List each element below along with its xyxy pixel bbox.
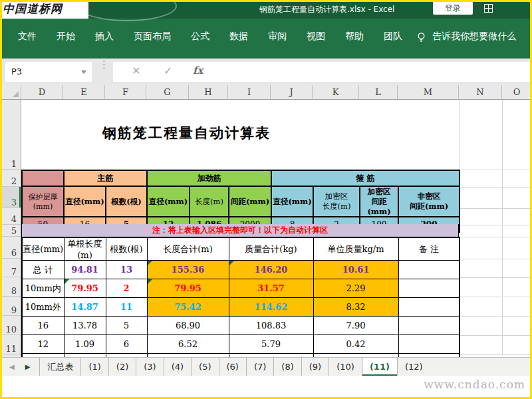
insert-function-icon[interactable]: fx — [193, 65, 203, 76]
cell-F11[interactable]: 6 — [106, 335, 147, 354]
name-box[interactable]: P3 — [5, 62, 92, 82]
cell-F10[interactable]: 5 — [106, 317, 147, 335]
sheet-tab-12[interactable]: (12) — [397, 358, 430, 376]
sheet-tab-4[interactable]: (4) — [164, 358, 191, 376]
cell-E3[interactable]: 直径(mm) — [64, 186, 106, 217]
enter-icon[interactable]: ✓ — [164, 65, 172, 77]
sheet-tab-1[interactable]: (1) — [80, 358, 108, 376]
column-header-G[interactable]: G — [146, 85, 189, 99]
cell-G11[interactable]: 6.52 — [147, 335, 229, 354]
cell-E6[interactable]: 单根长度 (m) — [64, 237, 106, 261]
cancel-icon[interactable]: ✕ — [132, 65, 140, 77]
cell-K7[interactable]: 10.61 — [313, 261, 398, 279]
ribbon-tab-insert[interactable]: 插入 — [85, 28, 124, 45]
cell-G3[interactable]: 直径(mm) — [147, 186, 190, 217]
cell-F9[interactable]: 11 — [106, 298, 147, 317]
sheet-tab-8[interactable]: (8) — [273, 358, 301, 376]
sheet-tab-3[interactable]: (3) — [136, 358, 163, 376]
cell-K3[interactable]: 加密区 长度(m) — [313, 186, 360, 217]
sheet-tab-9[interactable]: (9) — [301, 358, 329, 376]
sheet-tab-2[interactable]: (2) — [108, 358, 136, 376]
cell-F7[interactable]: 13 — [106, 261, 147, 279]
column-header-K[interactable]: K — [313, 85, 359, 99]
ribbon-tab-help[interactable]: 帮助 — [335, 28, 374, 45]
row-header-8[interactable]: 8 — [0, 277, 21, 297]
cell-G8[interactable]: 79.95 — [147, 279, 229, 298]
note-cell[interactable]: 注：将上表输入区填完整即可！以下为自动计算区 — [21, 224, 459, 237]
cell-I3[interactable]: 间距(mm) — [229, 186, 271, 217]
column-header-D[interactable]: D — [21, 85, 63, 99]
ribbon-tab-home[interactable]: 开始 — [47, 28, 85, 45]
cell-G9[interactable]: 75.42 — [147, 298, 229, 317]
ribbon-tab-page-layout[interactable]: 页面布局 — [124, 28, 181, 45]
cell-K10[interactable]: 7.90 — [313, 317, 398, 335]
ribbon-tab-formulas[interactable]: 公式 — [181, 28, 219, 45]
cell-K8[interactable]: 2.29 — [313, 279, 398, 298]
row-header-9[interactable]: 9 — [0, 297, 21, 316]
cell-M10[interactable] — [398, 317, 460, 335]
cell-D2[interactable] — [22, 170, 64, 186]
row-header-4[interactable]: 4 — [0, 208, 21, 225]
cell-I10[interactable]: 108.83 — [229, 317, 313, 335]
column-header-E[interactable]: E — [63, 85, 105, 99]
cell-D9[interactable]: 10mm外 — [22, 298, 64, 317]
cell-G10[interactable]: 68.90 — [147, 317, 229, 335]
cell-F3[interactable]: 根数(根) — [106, 186, 147, 217]
select-all-corner[interactable] — [0, 85, 21, 99]
ribbon-tab-file[interactable]: 文件 — [8, 28, 47, 45]
cell-I7[interactable]: 146.20 — [229, 261, 313, 279]
column-header-O[interactable]: O — [502, 85, 532, 99]
cell-I9[interactable]: 114.62 — [229, 298, 313, 317]
column-header-H[interactable]: H — [189, 85, 228, 99]
column-header-F[interactable]: F — [105, 85, 146, 99]
cell-E9[interactable]: 14.87 — [64, 298, 106, 317]
sheet-tab-5[interactable]: (5) — [191, 358, 218, 376]
cell-D10[interactable]: 16 — [22, 317, 64, 335]
column-header-I[interactable]: I — [228, 85, 271, 99]
cell-L3[interactable]: 加密区 间距(mm) — [360, 186, 398, 217]
cell-F6[interactable]: 根数(根) — [106, 237, 147, 261]
cell-M3[interactable]: 非密区 间距(mm) — [398, 186, 460, 217]
cell-D3[interactable]: 保护层厚 (mm) — [22, 186, 64, 217]
sheet-tab-summary[interactable]: 汇总表 — [39, 358, 80, 376]
column-header-L[interactable]: L — [359, 85, 398, 99]
cell-M7[interactable] — [398, 261, 460, 279]
row-header-6[interactable]: 6 — [0, 237, 21, 259]
login-button[interactable]: 登录 — [433, 1, 473, 15]
cell-J3[interactable]: 直径(mm) — [271, 186, 313, 217]
row-header-1[interactable]: 1 — [0, 100, 21, 170]
group-header-1[interactable]: 加劲筋 — [147, 170, 271, 186]
next-sheet-icon[interactable]: ▶ — [20, 363, 36, 370]
formula-bar-resize-handle[interactable]: ⋮ — [99, 61, 109, 68]
tell-me-box[interactable]: 告诉我你想要做什么 — [416, 31, 516, 43]
prev-sheet-icon[interactable]: ◀ — [4, 363, 20, 370]
cell-M9[interactable] — [398, 298, 460, 317]
ribbon-tab-data[interactable]: 数据 — [219, 28, 258, 45]
ribbon-tab-view[interactable]: 视图 — [297, 28, 335, 45]
cell-K11[interactable]: 0.42 — [313, 335, 398, 354]
cell-G7[interactable]: 155.36 — [147, 261, 229, 279]
cell-K9[interactable]: 8.32 — [313, 298, 398, 317]
column-header-M[interactable]: M — [398, 85, 459, 99]
cell-M6[interactable]: 备 注 — [398, 237, 460, 261]
cell-I8[interactable]: 31.57 — [229, 279, 313, 298]
cell-D8[interactable]: 10mm内 — [22, 279, 64, 298]
row-header-2[interactable]: 2 — [0, 170, 21, 187]
cell-M8[interactable] — [398, 279, 460, 298]
cell-E10[interactable]: 13.78 — [64, 317, 106, 335]
row-header-3[interactable]: 3 — [0, 187, 21, 208]
sheet-tab-6[interactable]: (6) — [219, 358, 246, 376]
cell-F8[interactable]: 2 — [106, 279, 147, 298]
sheet-area[interactable]: 钢筋笼工程量自动计算表 主筋加劲筋箍 筋保护层厚 (mm)直径(mm)根数(根)… — [21, 100, 532, 357]
cell-E7[interactable]: 94.81 — [64, 261, 106, 279]
cell-E11[interactable]: 1.09 — [64, 335, 106, 354]
cell-G6[interactable]: 长度合计(m) — [147, 237, 229, 261]
cell-I6[interactable]: 质量合计(kg) — [229, 237, 313, 261]
group-header-0[interactable]: 主筋 — [64, 170, 147, 186]
group-header-2[interactable]: 箍 筋 — [271, 170, 460, 186]
ribbon-display-options-icon[interactable] — [484, 4, 493, 13]
column-header-J[interactable]: J — [271, 85, 313, 99]
cell-D11[interactable]: 12 — [22, 335, 64, 354]
cell-D7[interactable]: 总 计 — [22, 261, 64, 279]
cell-I11[interactable]: 5.79 — [229, 335, 313, 354]
